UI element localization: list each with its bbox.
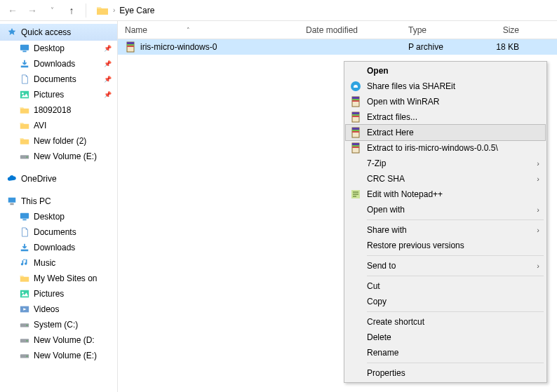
rar-icon bbox=[125, 41, 136, 53]
breadcrumb-folder[interactable]: Eye Care bbox=[119, 6, 154, 15]
column-header-size[interactable]: Size bbox=[470, 25, 526, 35]
desktop-icon bbox=[20, 43, 29, 53]
file-type: P archive bbox=[408, 42, 443, 52]
sidebar-item-label: Pictures bbox=[34, 90, 64, 100]
ctx-7zip[interactable]: 7-Zip › bbox=[346, 156, 545, 171]
sidebar-item-music[interactable]: Music bbox=[0, 255, 117, 271]
nav-back-button[interactable]: ← bbox=[4, 2, 21, 19]
file-row[interactable]: iris-micro-windows-0 P archive 18 KB bbox=[118, 39, 557, 55]
ctx-extract-here-label: Extract Here bbox=[367, 128, 414, 137]
column-header-date[interactable]: Date modified bbox=[299, 25, 401, 35]
ctx-create-shortcut[interactable]: Create shortcut bbox=[346, 314, 545, 330]
chevron-right-icon: › bbox=[113, 6, 115, 14]
drive-icon bbox=[20, 151, 29, 161]
quick-access-label: Quick access bbox=[21, 27, 71, 37]
ctx-restore-label: Restore previous versions bbox=[367, 241, 464, 250]
music-icon bbox=[20, 258, 29, 268]
ctx-extract-files[interactable]: Extract files... bbox=[346, 109, 545, 125]
sidebar-item-new-folder-2-[interactable]: New folder (2) bbox=[0, 133, 117, 149]
sidebar-item-avi[interactable]: AVI bbox=[0, 118, 117, 133]
separator bbox=[367, 219, 544, 220]
pictures-icon bbox=[20, 289, 29, 299]
sidebar-item-new-volume-e-[interactable]: New Volume (E:) bbox=[0, 348, 117, 363]
sidebar-item-downloads[interactable]: Downloads📌 bbox=[0, 56, 117, 72]
nav-up-button[interactable]: ↑ bbox=[63, 2, 80, 19]
ctx-openwith[interactable]: Open with › bbox=[346, 202, 545, 217]
column-header-type[interactable]: Type bbox=[401, 25, 470, 35]
ctx-sharewith[interactable]: Share with › bbox=[346, 222, 545, 238]
sidebar-item-thispc[interactable]: This PC bbox=[0, 194, 117, 209]
ctx-rename[interactable]: Rename bbox=[346, 345, 545, 360]
ctx-sendto[interactable]: Send to › bbox=[346, 258, 545, 273]
sidebar-item-downloads[interactable]: Downloads bbox=[0, 240, 117, 255]
sidebar-item-new-volume-d-[interactable]: New Volume (D: bbox=[0, 332, 117, 348]
ctx-open-winrar-label: Open with WinRAR bbox=[367, 97, 439, 107]
ctx-extract-here[interactable]: Extract Here bbox=[345, 124, 546, 141]
sidebar-item-videos[interactable]: Videos bbox=[0, 302, 117, 317]
sort-asc-icon: ˄ bbox=[187, 27, 190, 34]
rar-icon bbox=[350, 127, 361, 138]
sidebar-item-label: My Web Sites on bbox=[34, 273, 97, 283]
separator bbox=[367, 255, 544, 256]
sidebar-item-pictures[interactable]: Pictures📌 bbox=[0, 87, 117, 102]
sidebar-item-onedrive[interactable]: OneDrive bbox=[0, 171, 117, 187]
ctx-crcsha-label: CRC SHA bbox=[367, 174, 405, 184]
pictures-icon bbox=[20, 90, 29, 100]
thispc-label: This PC bbox=[21, 196, 51, 206]
nav-recent-button[interactable]: ˅ bbox=[43, 2, 60, 19]
chevron-right-icon: › bbox=[537, 226, 539, 234]
notepadpp-icon bbox=[350, 189, 361, 200]
pin-icon: 📌 bbox=[104, 45, 112, 52]
sidebar-item-system-c-[interactable]: System (C:) bbox=[0, 317, 117, 332]
chevron-right-icon: › bbox=[537, 159, 539, 168]
column-header-name[interactable]: Name ˄ bbox=[118, 25, 299, 35]
star-icon bbox=[7, 27, 17, 37]
ctx-rename-label: Rename bbox=[367, 348, 398, 358]
sidebar-item-my-web-sites-on[interactable]: My Web Sites on bbox=[0, 271, 117, 286]
videos-icon bbox=[20, 304, 29, 314]
sidebar-item-documents[interactable]: Documents📌 bbox=[0, 72, 117, 87]
ctx-open-winrar[interactable]: Open with WinRAR bbox=[346, 94, 545, 109]
folder-icon bbox=[20, 105, 29, 115]
ctx-crcsha[interactable]: CRC SHA › bbox=[346, 171, 545, 187]
sidebar-item-desktop[interactable]: Desktop📌 bbox=[0, 41, 117, 56]
file-list-pane: Name ˄ Date modified Type Size iris-micr… bbox=[118, 21, 557, 392]
ctx-extract-to[interactable]: Extract to iris-micro-windows-0.0.5\ bbox=[346, 140, 545, 156]
folder-icon bbox=[20, 273, 29, 283]
ctx-extract-files-label: Extract files... bbox=[367, 112, 417, 122]
downloads-icon bbox=[20, 59, 29, 69]
sidebar-item-label: Documents bbox=[34, 74, 76, 84]
ctx-copy[interactable]: Copy bbox=[346, 294, 545, 309]
ctx-shareit-label: Share files via SHAREit bbox=[367, 81, 455, 91]
onedrive-icon bbox=[7, 174, 17, 184]
sidebar-item-label: System (C:) bbox=[34, 320, 78, 330]
ctx-cut[interactable]: Cut bbox=[346, 278, 545, 294]
documents-icon bbox=[20, 74, 29, 84]
ctx-7zip-label: 7-Zip bbox=[367, 158, 386, 168]
sidebar-item-pictures[interactable]: Pictures bbox=[0, 286, 117, 302]
sidebar-item-documents[interactable]: Documents bbox=[0, 224, 117, 240]
separator bbox=[367, 276, 544, 276]
ctx-notepadpp[interactable]: Edit with Notepad++ bbox=[346, 187, 545, 202]
ctx-shareit[interactable]: Share files via SHAREit bbox=[346, 79, 545, 94]
sidebar-item-label: New folder (2) bbox=[34, 136, 86, 146]
drive-icon bbox=[20, 351, 29, 360]
sidebar-item-desktop[interactable]: Desktop bbox=[0, 209, 117, 224]
ctx-delete[interactable]: Delete bbox=[346, 330, 545, 345]
sidebar-item-new-volume-e-[interactable]: New Volume (E:) bbox=[0, 149, 117, 164]
ctx-cut-label: Cut bbox=[367, 281, 380, 291]
folder-icon bbox=[20, 136, 29, 146]
nav-forward-button[interactable]: → bbox=[24, 2, 41, 19]
file-size: 18 KB bbox=[496, 42, 519, 52]
ctx-open[interactable]: Open bbox=[346, 63, 545, 79]
column-size-label: Size bbox=[503, 25, 519, 35]
pc-icon bbox=[7, 196, 17, 206]
ctx-properties[interactable]: Properties bbox=[346, 365, 545, 381]
ctx-restore[interactable]: Restore previous versions bbox=[346, 238, 545, 253]
sidebar-item-18092018[interactable]: 18092018 bbox=[0, 102, 117, 118]
sidebar-item-label: Pictures bbox=[34, 289, 64, 299]
ctx-delete-label: Delete bbox=[367, 332, 391, 342]
breadcrumb[interactable]: › Eye Care bbox=[92, 6, 159, 15]
folder-icon bbox=[20, 121, 29, 130]
quick-access-header[interactable]: Quick access bbox=[0, 24, 117, 41]
